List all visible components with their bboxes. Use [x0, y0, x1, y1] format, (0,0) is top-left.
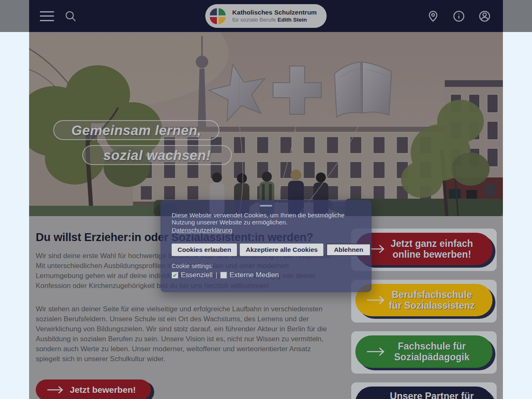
cookie-settings-label: Cookie settings: [172, 263, 360, 269]
logo-line2: für soziale Berufe Edith Stein [232, 17, 317, 24]
cookie-message: Diese Website verwendet Cookies, um Ihne… [172, 212, 360, 226]
arrow-right-icon [366, 295, 385, 305]
hamburger-menu-icon[interactable] [40, 11, 54, 21]
page-wrapper: Katholisches Schulzentrum für soziale Be… [29, 0, 503, 399]
allow-cookies-button[interactable]: Cookies erlauben [172, 244, 237, 256]
arrow-right-icon [366, 347, 385, 357]
logo-text: Katholisches Schulzentrum für soziale Be… [232, 8, 317, 23]
apply-now-label: Jetzt bewerben! [70, 385, 136, 395]
info-icon[interactable] [452, 10, 466, 23]
dialog-drag-handle[interactable] [260, 205, 272, 207]
sidebar-card-berufsfachschule: Berufsfachschulefür Sozialassistenz [351, 280, 497, 323]
external-media-checkbox[interactable] [220, 272, 227, 278]
hero-slogan-line2: sozial wachsen! [82, 145, 232, 165]
user-account-icon[interactable] [478, 10, 491, 23]
accept-all-cookies-button[interactable]: Akzeptiere alle Cookies [240, 244, 323, 256]
essential-checkbox-label: Essenziell [181, 271, 213, 279]
privacy-policy-link[interactable]: Datenschutzerklärung [172, 227, 232, 234]
search-icon[interactable] [64, 10, 77, 23]
sidebar-card-fachschule: Fachschule fürSozialpädagogik [351, 331, 497, 374]
location-pin-icon[interactable] [426, 10, 440, 23]
cookie-consent-dialog: Diese Website verwendet Cookies, um Ihne… [160, 200, 372, 292]
cookie-checkbox-row: ✔ Essenziell | Externe Medien [172, 271, 360, 279]
hero-slogan-line1: Gemeinsam lernen, [53, 120, 219, 140]
checkbox-separator: | [216, 271, 217, 279]
sidebar-card-online-bewerben: Jetzt ganz einfachonline bewerben! [351, 229, 497, 271]
intro-paragraph-2: Wir stehen an deiner Seite für eine viel… [36, 304, 333, 364]
sidebar-card-partner: Unsere Partner für [351, 382, 497, 399]
hero-banner: Gemeinsam lernen, sozial wachsen! [29, 32, 503, 216]
sidebar-button-fachschule[interactable]: Fachschule fürSozialpädagogik [355, 335, 493, 368]
header-left [29, 10, 77, 23]
logo-line1: Katholisches Schulzentrum [232, 8, 317, 16]
essential-checkbox[interactable]: ✔ [172, 272, 178, 278]
header: Katholisches Schulzentrum für soziale Be… [29, 0, 503, 32]
sidebar-button-berufsfachschule[interactable]: Berufsfachschulefür Sozialassistenz [355, 284, 493, 316]
sidebar-button-online-bewerben[interactable]: Jetzt ganz einfachonline bewerben! [355, 233, 493, 265]
sidebar: Jetzt ganz einfachonline bewerben! Beruf… [351, 229, 497, 399]
site-logo[interactable]: Katholisches Schulzentrum für soziale Be… [205, 4, 327, 28]
logo-cross-circle-icon [208, 7, 227, 26]
external-media-checkbox-label: Externe Medien [229, 271, 279, 279]
arrow-right-icon [47, 386, 64, 394]
sidebar-button-partner[interactable]: Unsere Partner für [355, 387, 493, 399]
cookie-button-row: Cookies erlauben Akzeptiere alle Cookies… [172, 244, 360, 256]
decline-cookies-button[interactable]: Ablehnen [326, 244, 371, 256]
apply-now-button[interactable]: Jetzt bewerben! [36, 379, 151, 399]
header-right [426, 0, 491, 32]
